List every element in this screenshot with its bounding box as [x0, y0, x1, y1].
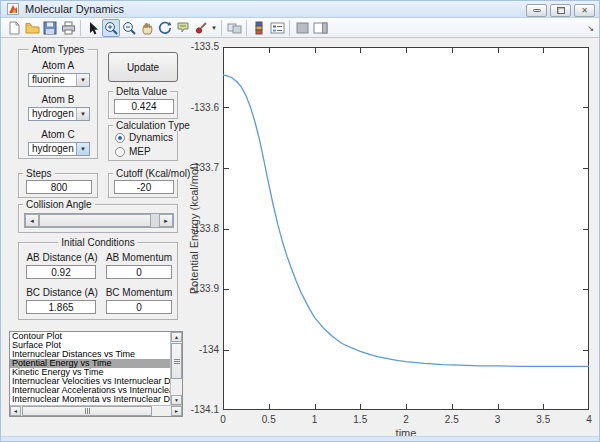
- ab-distance-field[interactable]: 0.92: [26, 265, 96, 279]
- thumb-grip: [174, 359, 180, 364]
- close-button[interactable]: ✕: [574, 4, 595, 17]
- y-tick-label: -133.8: [173, 223, 219, 234]
- scroll-up-icon[interactable]: ▲: [171, 332, 182, 342]
- list-item[interactable]: Internuclear Distances vs Time: [10, 350, 171, 359]
- list-item-selected[interactable]: Potential Energy vs Time: [10, 359, 171, 368]
- y-tick-label: -133.6: [173, 102, 219, 113]
- chevron-down-icon[interactable]: ▼: [76, 108, 89, 120]
- plot-area[interactable]: [223, 47, 589, 410]
- cutoff-panel: Cutoff (Kcal/mol) -20: [108, 173, 178, 198]
- x-tick-label: 3.5: [523, 414, 563, 425]
- slider-thumb[interactable]: [39, 214, 151, 227]
- data-cursor-icon[interactable]: [174, 19, 192, 37]
- insert-colorbar-icon[interactable]: [250, 19, 268, 37]
- chevron-down-icon[interactable]: ▼: [76, 74, 89, 86]
- bc-distance-field[interactable]: 1.865: [26, 300, 96, 314]
- window-title: Molecular Dynamics: [25, 3, 124, 15]
- x-tick-label: 2.5: [432, 414, 472, 425]
- show-plot-tools-icon[interactable]: [311, 19, 329, 37]
- dynamics-radio[interactable]: Dynamics: [115, 132, 173, 143]
- delta-value-panel: Delta Value 0.424: [108, 91, 178, 119]
- ab-momentum-label: AB Momentum: [103, 252, 175, 263]
- atom-a-value: fluorine: [32, 74, 65, 86]
- atom-b-label: Atom B: [19, 94, 97, 105]
- app-window: Molecular Dynamics ✕: [0, 0, 600, 442]
- new-document-icon[interactable]: [5, 19, 23, 37]
- steps-field[interactable]: 800: [26, 180, 92, 194]
- update-button[interactable]: Update: [108, 52, 178, 82]
- steps-legend: Steps: [23, 168, 55, 179]
- list-item[interactable]: Kinetic Energy vs Time: [10, 368, 171, 377]
- y-tick-label: -134.1: [173, 404, 219, 415]
- y-tick-label: -134: [173, 344, 219, 355]
- list-item[interactable]: Internuclear Momenta vs Internuclear Dis…: [10, 395, 171, 404]
- brush-dropdown-icon[interactable]: ▼: [210, 19, 218, 37]
- open-folder-icon[interactable]: [23, 19, 41, 37]
- list-item[interactable]: Surface Plot: [10, 341, 171, 350]
- y-tick-label: -133.5: [173, 41, 219, 52]
- initial-conditions-panel: Initial Conditions AB Distance (A) AB Mo…: [18, 242, 178, 320]
- collision-angle-panel: Collision Angle ◄ ►: [18, 204, 178, 233]
- slider-right-arrow-icon[interactable]: ►: [159, 214, 173, 227]
- steps-panel: Steps 800: [18, 173, 98, 198]
- close-icon: ✕: [581, 7, 588, 15]
- atom-types-legend: Atom Types: [29, 44, 88, 55]
- minimize-icon: [533, 9, 541, 12]
- cutoff-field[interactable]: -20: [114, 180, 174, 194]
- save-icon[interactable]: [41, 19, 59, 37]
- radio-selected-icon[interactable]: [115, 133, 125, 143]
- link-plots-icon[interactable]: [225, 19, 243, 37]
- collision-angle-slider[interactable]: ◄ ►: [24, 213, 174, 228]
- collision-angle-legend: Collision Angle: [23, 199, 95, 210]
- toolbar-separator: [80, 20, 81, 36]
- x-tick-label: 3: [478, 414, 518, 425]
- ab-momentum-field[interactable]: 0: [106, 265, 172, 279]
- brush-icon[interactable]: [192, 19, 210, 37]
- scroll-left-icon[interactable]: ◄: [10, 406, 21, 416]
- list-item[interactable]: Internuclear Velocities vs Internuclear …: [10, 377, 171, 386]
- bc-momentum-field[interactable]: 0: [106, 300, 172, 314]
- insert-legend-icon[interactable]: [268, 19, 286, 37]
- delta-value-field[interactable]: 0.424: [114, 99, 174, 114]
- plot-type-listbox[interactable]: Contour Plot Surface Plot Internuclear D…: [9, 331, 183, 417]
- horizontal-scrollbar[interactable]: ◄ ►: [10, 405, 182, 416]
- calculation-type-legend: Calculation Type: [113, 120, 193, 131]
- atom-b-dropdown[interactable]: hydrogen ▼: [28, 107, 90, 121]
- maximize-button[interactable]: [550, 4, 571, 17]
- initial-conditions-legend: Initial Conditions: [58, 237, 137, 248]
- chevron-down-icon[interactable]: ▼: [76, 143, 89, 155]
- mep-radio-label: MEP: [129, 146, 151, 157]
- minimize-button[interactable]: [526, 4, 547, 17]
- bc-distance-label: BC Distance (A): [23, 287, 101, 298]
- radio-unselected-icon[interactable]: [115, 147, 125, 157]
- toolbar-separator: [221, 20, 222, 36]
- x-tick-label: 1: [295, 414, 335, 425]
- y-tick-label: -133.9: [173, 283, 219, 294]
- hide-plot-tools-icon[interactable]: [293, 19, 311, 37]
- arrow-cursor-icon[interactable]: [84, 19, 102, 37]
- toolbar-overflow-icon[interactable]: ↘: [587, 24, 594, 33]
- x-tick-label: 4: [569, 414, 600, 425]
- y-tick-label: -133.7: [173, 162, 219, 173]
- figure-toolbar: ▼ ↘: [1, 18, 599, 38]
- bc-momentum-label: BC Momentum: [103, 287, 175, 298]
- calculation-type-panel: Calculation Type Dynamics MEP: [108, 125, 178, 161]
- rotate-3d-icon[interactable]: [156, 19, 174, 37]
- atom-c-value: hydrogen: [32, 143, 74, 155]
- list-item[interactable]: Internuclear Accelerations vs Internucle…: [10, 386, 171, 395]
- horizontal-scroll-thumb[interactable]: [22, 406, 152, 416]
- window-bottom-border: [1, 436, 599, 441]
- pan-hand-icon[interactable]: [138, 19, 156, 37]
- maximize-icon: [557, 7, 565, 14]
- slider-left-arrow-icon[interactable]: ◄: [25, 214, 39, 227]
- atom-c-dropdown[interactable]: hydrogen ▼: [28, 142, 90, 156]
- zoom-out-icon[interactable]: [120, 19, 138, 37]
- app-icon: [7, 3, 19, 15]
- list-item[interactable]: Contour Plot: [10, 332, 171, 341]
- print-icon[interactable]: [59, 19, 77, 37]
- titlebar[interactable]: Molecular Dynamics ✕: [1, 1, 599, 18]
- mep-radio[interactable]: MEP: [115, 146, 151, 157]
- x-tick-label: 1.5: [340, 414, 380, 425]
- zoom-in-icon[interactable]: [102, 19, 120, 37]
- atom-a-dropdown[interactable]: fluorine ▼: [28, 73, 90, 87]
